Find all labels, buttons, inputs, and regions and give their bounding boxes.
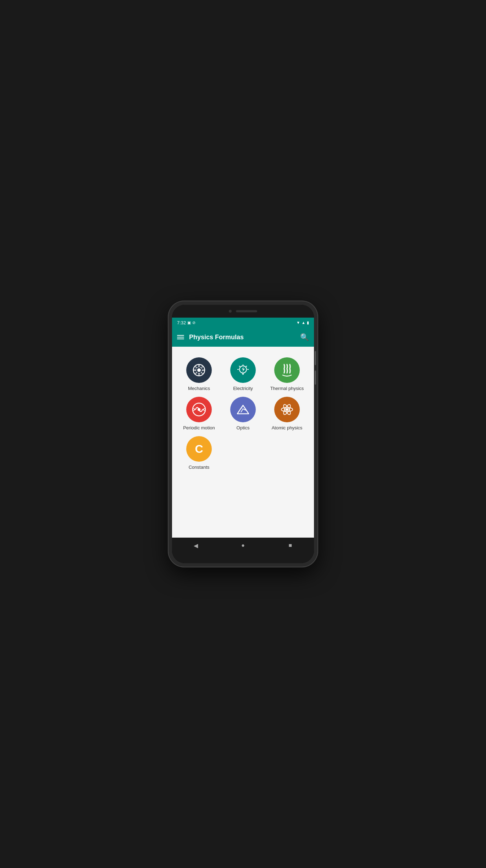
volume-up-button[interactable] [315,351,316,365]
svg-point-1 [197,368,201,372]
signal-icon: ▲ [302,320,305,325]
camera [229,310,232,313]
app-title: Physics Formulas [189,334,295,341]
phone-frame: 7:32 ▣ ⊘ ▼ ▲ ▮ Physics Formulas 🔍 [169,301,317,567]
atomic-icon-circle [274,397,300,422]
category-periodic[interactable]: Periodic motion [178,397,220,430]
constants-icon-circle: C [186,436,212,462]
electricity-label: Electricity [233,386,253,391]
status-left: 7:32 ▣ ⊘ [177,320,195,325]
back-button[interactable]: ◀ [189,539,202,552]
app-bar: Physics Formulas 🔍 [172,328,314,347]
optics-label: Optics [237,425,250,430]
svg-line-16 [241,409,243,412]
periodic-icon [192,402,206,417]
category-atomic[interactable]: Atomic physics [266,397,308,430]
svg-line-5 [239,366,240,367]
categories-grid: Mechanics [176,354,310,473]
category-electricity[interactable]: Electricity [222,357,264,391]
sim-icon: ▣ [187,320,191,325]
optics-icon [236,402,250,417]
main-content: Mechanics [172,347,314,538]
status-time: 7:32 [177,320,186,325]
category-thermal[interactable]: Thermal physics [266,357,308,391]
periodic-icon-circle [186,397,212,422]
status-bar: 7:32 ▣ ⊘ ▼ ▲ ▮ [172,318,314,328]
category-mechanics[interactable]: Mechanics [178,357,220,391]
battery-icon: ▮ [307,320,309,325]
category-optics[interactable]: Optics [222,397,264,430]
constants-letter: C [195,443,203,456]
search-button[interactable]: 🔍 [300,333,309,341]
recent-button[interactable]: ■ [284,539,297,552]
notification-icon: ⊘ [192,320,195,325]
electricity-icon-circle [230,357,256,383]
volume-down-button[interactable] [315,370,316,385]
mechanics-label: Mechanics [188,386,210,391]
menu-button[interactable] [177,335,184,339]
top-bezel [172,305,314,318]
optics-icon-circle [230,397,256,422]
speaker [236,310,257,312]
constants-label: Constants [189,465,210,470]
wifi-icon: ▼ [296,320,300,325]
svg-marker-13 [237,405,249,414]
thermal-label: Thermal physics [270,386,304,391]
mechanics-icon [192,363,206,377]
atomic-icon [280,402,294,417]
periodic-label: Periodic motion [183,425,215,430]
svg-point-18 [286,408,288,411]
svg-line-6 [246,366,247,367]
category-constants[interactable]: C Constants [178,436,220,470]
phone-screen: 7:32 ▣ ⊘ ▼ ▲ ▮ Physics Formulas 🔍 [172,305,314,563]
atomic-label: Atomic physics [272,425,303,430]
thermal-icon-circle [274,357,300,383]
mechanics-icon-circle [186,357,212,383]
electricity-icon [236,363,250,377]
home-button[interactable]: ● [237,539,249,552]
status-icons-right: ▼ ▲ ▮ [296,320,309,325]
bottom-bezel [172,553,314,563]
thermal-icon [280,363,294,377]
svg-point-12 [198,408,200,411]
bottom-nav: ◀ ● ■ [172,538,314,553]
